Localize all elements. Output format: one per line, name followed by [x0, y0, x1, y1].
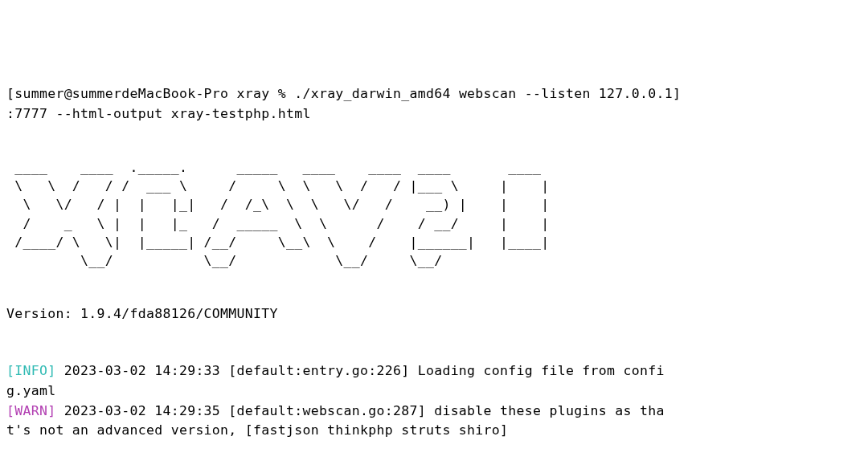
prompt-user-host: summer@summerdeMacBook-Pro [14, 86, 228, 101]
prompt-separator: % [278, 86, 286, 101]
prompt-leading-bracket: [ [6, 86, 14, 101]
version-line: Version: 1.9.4/fda88126/COMMUNITY [6, 304, 862, 324]
log-line-info: [INFO] 2023-03-02 14:29:33 [default:entr… [6, 361, 862, 402]
terminal-prompt-line: [summer@summerdeMacBook-Pro xray % ./xra… [6, 84, 862, 124]
log-text: 2023-03-02 14:29:33 [default:entry.go:22… [6, 363, 665, 398]
warn-tag: [WARN] [6, 403, 55, 418]
log-text: 2023-03-02 14:29:35 [default:webscan.go:… [6, 403, 665, 438]
prompt-directory: xray [237, 86, 270, 101]
info-tag: [INFO] [6, 363, 55, 378]
xray-ascii-logo: ____ ____ ._____. _____ ____ ____ ____ _… [6, 158, 862, 270]
log-block: [INFO] 2023-03-02 14:29:33 [default:entr… [6, 361, 862, 441]
log-line-warn: [WARN] 2023-03-02 14:29:35 [default:webs… [6, 402, 862, 442]
